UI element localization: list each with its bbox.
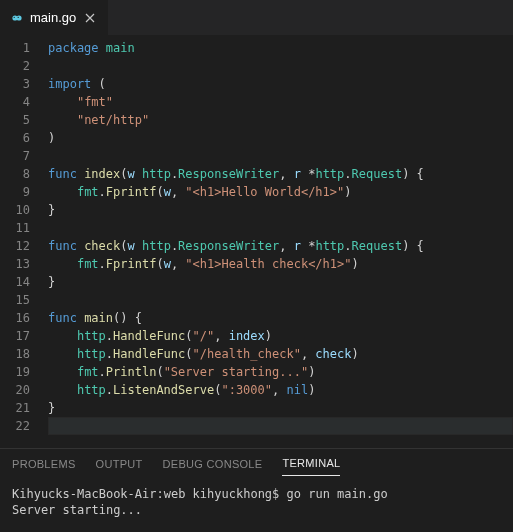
svg-point-3 [18,16,19,17]
tab-problems[interactable]: PROBLEMS [12,452,76,476]
tab-debug-console[interactable]: DEBUG CONSOLE [163,452,263,476]
terminal-output: Server starting... [12,502,501,518]
line-number: 21 [0,399,30,417]
code-line[interactable]: func main() { [48,309,513,327]
code-line[interactable] [48,417,513,435]
code-line[interactable] [48,147,513,165]
code-line[interactable]: } [48,273,513,291]
line-number: 16 [0,309,30,327]
code-content[interactable]: package mainimport ( "fmt" "net/http")fu… [48,39,513,448]
line-number: 22 [0,417,30,435]
line-number: 20 [0,381,30,399]
code-line[interactable]: http.ListenAndServe(":3000", nil) [48,381,513,399]
code-line[interactable]: "fmt" [48,93,513,111]
code-line[interactable]: "net/http" [48,111,513,129]
editor-area[interactable]: 12345678910111213141516171819202122 pack… [0,35,513,448]
line-number: 7 [0,147,30,165]
line-number: 18 [0,345,30,363]
code-line[interactable]: http.HandleFunc("/", index) [48,327,513,345]
line-number: 4 [0,93,30,111]
line-number: 2 [0,57,30,75]
code-line[interactable]: http.HandleFunc("/health_check", check) [48,345,513,363]
line-number-gutter: 12345678910111213141516171819202122 [0,39,48,448]
terminal-panel[interactable]: Kihyucks-MacBook-Air:web kihyuckhong$ go… [0,478,513,532]
close-icon[interactable] [82,10,98,26]
line-number: 6 [0,129,30,147]
line-number: 3 [0,75,30,93]
tab-bar: main.go [0,0,513,35]
go-file-icon [10,11,24,25]
code-line[interactable] [48,291,513,309]
terminal-command: go run main.go [287,487,388,501]
svg-point-1 [16,15,21,20]
code-line[interactable]: fmt.Println("Server starting...") [48,363,513,381]
code-line[interactable]: } [48,201,513,219]
code-line[interactable]: fmt.Fprintf(w, "<h1>Hello World</h1>") [48,183,513,201]
line-number: 11 [0,219,30,237]
tab-output[interactable]: OUTPUT [96,452,143,476]
terminal-line: Kihyucks-MacBook-Air:web kihyuckhong$ go… [12,486,501,502]
panel-tab-bar: PROBLEMS OUTPUT DEBUG CONSOLE TERMINAL [0,448,513,478]
line-number: 12 [0,237,30,255]
line-number: 8 [0,165,30,183]
code-line[interactable]: ) [48,129,513,147]
code-line[interactable]: import ( [48,75,513,93]
tab-terminal[interactable]: TERMINAL [282,451,340,476]
line-number: 10 [0,201,30,219]
code-line[interactable] [48,219,513,237]
code-line[interactable]: package main [48,39,513,57]
line-number: 9 [0,183,30,201]
line-number: 19 [0,363,30,381]
code-line[interactable]: } [48,399,513,417]
line-number: 13 [0,255,30,273]
line-number: 14 [0,273,30,291]
code-line[interactable]: func index(w http.ResponseWriter, r *htt… [48,165,513,183]
line-number: 15 [0,291,30,309]
terminal-prompt: Kihyucks-MacBook-Air:web kihyuckhong$ [12,487,287,501]
line-number: 1 [0,39,30,57]
code-line[interactable]: fmt.Fprintf(w, "<h1>Health check</h1>") [48,255,513,273]
code-line[interactable]: func check(w http.ResponseWriter, r *htt… [48,237,513,255]
code-line[interactable] [48,57,513,75]
line-number: 5 [0,111,30,129]
line-number: 17 [0,327,30,345]
svg-point-2 [14,16,15,17]
tab-filename: main.go [30,10,76,25]
editor-tab-main[interactable]: main.go [0,0,108,35]
